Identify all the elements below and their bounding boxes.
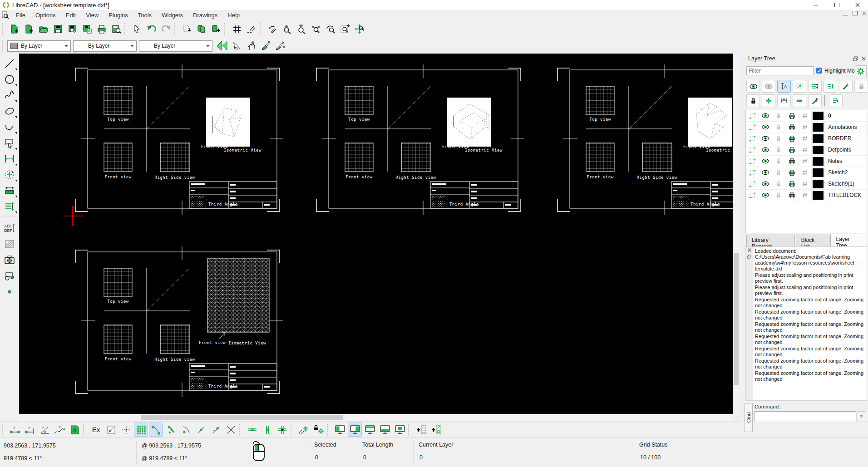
- float-icon[interactable]: [747, 255, 751, 259]
- sort-to-top-button[interactable]: [824, 80, 837, 93]
- cmd-side-tab[interactable]: Cmd: [745, 403, 753, 432]
- cut-button[interactable]: [180, 22, 194, 36]
- layer-name[interactable]: TITLEBLOCK: [825, 190, 867, 201]
- dock-left-button[interactable]: [333, 423, 347, 437]
- layer-print-icon[interactable]: [789, 124, 795, 131]
- layer-lock-icon[interactable]: [775, 169, 782, 176]
- menu-options[interactable]: Options: [30, 11, 61, 20]
- rename-layer-button[interactable]: A: [839, 80, 853, 93]
- text-tool-button[interactable]: ABCDEF: [1, 220, 18, 236]
- new-from-template-button[interactable]: [22, 22, 36, 36]
- distance-point-point-button[interactable]: ?: [8, 423, 22, 437]
- pen-linetype-select[interactable]: By Layer: [139, 40, 212, 52]
- layer-select-icon[interactable]: [749, 135, 756, 142]
- layer-filter-input[interactable]: [746, 66, 814, 75]
- layer-lock-icon[interactable]: [775, 158, 782, 164]
- layer-construction-icon[interactable]: [802, 181, 808, 187]
- hatch-tool-button[interactable]: [1, 236, 18, 252]
- toolbar-handle[interactable]: [224, 23, 228, 35]
- layer-print-icon[interactable]: [789, 181, 795, 187]
- layer-construction-icon[interactable]: [802, 113, 808, 119]
- maximize-button[interactable]: [826, 0, 847, 10]
- layer-row[interactable]: Sketch2: [746, 167, 867, 178]
- layer-row[interactable]: Notes: [746, 156, 867, 167]
- dimension-tool-button[interactable]: [1, 151, 18, 167]
- dock-bottom-button[interactable]: [378, 423, 392, 437]
- layer-select-icon[interactable]: [749, 113, 756, 119]
- panel-float-button[interactable]: [852, 55, 859, 62]
- layer-lock-icon[interactable]: [775, 192, 782, 198]
- layer-color-swatch[interactable]: [813, 191, 824, 200]
- menu-widgets[interactable]: Widgets: [157, 11, 188, 20]
- layer-visible-icon[interactable]: [762, 123, 769, 131]
- layer-construction-icon[interactable]: [802, 135, 808, 142]
- dock-right-button[interactable]: [348, 423, 362, 437]
- command-options-button[interactable]: ≡: [856, 411, 866, 422]
- layer-construction-icon[interactable]: [802, 124, 808, 130]
- select-tool-button[interactable]: [1, 135, 18, 151]
- layer-visible-icon[interactable]: [762, 180, 769, 187]
- save-as-button[interactable]: [65, 22, 80, 36]
- menu-view[interactable]: View: [81, 11, 104, 20]
- minimize-button[interactable]: [805, 0, 826, 10]
- layer-construction-icon[interactable]: [802, 169, 808, 176]
- layer-row[interactable]: Defpoints: [746, 144, 867, 156]
- menu-drawings[interactable]: Drawings: [188, 11, 222, 20]
- exclusive-snap-button[interactable]: Ex: [89, 423, 103, 437]
- layer-row[interactable]: Sketch9(1): [746, 178, 867, 190]
- layer-print-icon[interactable]: [789, 158, 795, 165]
- point-tool-button[interactable]: [1, 284, 18, 300]
- dock-floating-button[interactable]: [393, 423, 407, 437]
- add-layer-button[interactable]: [762, 94, 775, 107]
- menu-help[interactable]: Help: [222, 11, 245, 20]
- drawing-canvas[interactable]: Top view Front view Right Side view: [19, 54, 733, 414]
- layer-lock-icon[interactable]: [775, 181, 782, 187]
- pick-entity-add-button[interactable]: [244, 39, 258, 53]
- layer-row[interactable]: TITLEBLOCK: [746, 190, 867, 201]
- copy-button[interactable]: [194, 22, 209, 36]
- mdi-close-button[interactable]: [862, 11, 866, 15]
- layer-select-icon[interactable]: [749, 124, 756, 131]
- polyline-length-button[interactable]: ?: [53, 423, 67, 437]
- toolbar-handle[interactable]: [291, 424, 294, 436]
- menu-file[interactable]: File: [11, 11, 30, 20]
- layer-visible-icon[interactable]: [762, 146, 769, 153]
- spline-tool-button[interactable]: [1, 87, 18, 103]
- layer-construction-icon[interactable]: [802, 158, 808, 164]
- canvas-horizontal-scrollbar[interactable]: [19, 414, 733, 421]
- restrict-orthogonal-button[interactable]: [275, 423, 289, 437]
- close-button[interactable]: [847, 0, 868, 10]
- back-button[interactable]: [215, 39, 229, 53]
- arc-tool-button[interactable]: [1, 119, 18, 135]
- image-tool-button[interactable]: [1, 252, 18, 268]
- layer-row[interactable]: BORDER: [746, 133, 867, 144]
- pen-width-select[interactable]: By Layer: [73, 40, 137, 52]
- panel-close-button[interactable]: [860, 55, 867, 62]
- ellipse-tool-button[interactable]: [1, 103, 18, 119]
- snap-center-button[interactable]: [179, 423, 193, 437]
- toolbar-handle[interactable]: [174, 23, 178, 35]
- layer-name[interactable]: Sketch9(1): [825, 178, 867, 190]
- layer-lock-icon[interactable]: [775, 124, 782, 130]
- hide-all-layers-button[interactable]: [762, 80, 775, 93]
- redo-button[interactable]: [159, 22, 173, 36]
- toolbar-handle[interactable]: [2, 424, 5, 436]
- snap-endpoints-button[interactable]: [149, 423, 163, 437]
- layer-print-icon[interactable]: [789, 169, 795, 176]
- show-all-layers-button[interactable]: [746, 80, 760, 93]
- snap-middle-button[interactable]: [194, 423, 208, 437]
- layer-print-icon[interactable]: [789, 113, 795, 119]
- zoom-out-button[interactable]: [294, 22, 309, 36]
- add-command-widget-button[interactable]: [414, 423, 428, 437]
- lock-all-button[interactable]: [746, 94, 760, 107]
- toolbar-handle[interactable]: [124, 23, 128, 35]
- export-button[interactable]: [80, 22, 94, 36]
- dimension-layer-button[interactable]: A: [777, 94, 791, 107]
- layer-construction-icon[interactable]: [802, 192, 808, 198]
- layer-visible-icon[interactable]: [762, 112, 769, 119]
- layer-select-icon[interactable]: [749, 192, 756, 199]
- lock-relative-zero-button[interactable]: [311, 423, 326, 437]
- layer-name[interactable]: Sketch2: [825, 167, 867, 178]
- snap-free-button[interactable]: [104, 423, 118, 437]
- attributes-brush-button[interactable]: [258, 39, 273, 53]
